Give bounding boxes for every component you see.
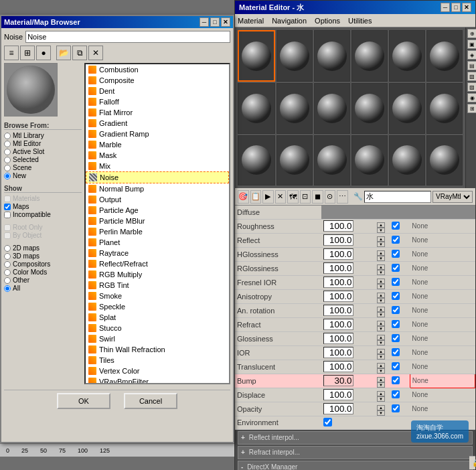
list-item[interactable]: Particle Age (86, 205, 229, 216)
sphere-slot[interactable] (351, 30, 388, 82)
list-item[interactable]: Splat (86, 312, 229, 323)
side-btn-8[interactable]: ⊞ (467, 104, 476, 113)
sphere-slot[interactable] (314, 135, 350, 185)
list-item[interactable]: Gradient Ramp (86, 129, 229, 139)
list-item[interactable]: Falloff (86, 96, 229, 107)
spin-up[interactable]: ▲ (377, 363, 385, 368)
spin-down[interactable]: ▼ (377, 228, 385, 233)
side-btn-2[interactable]: ▣ (467, 40, 476, 49)
radio-new[interactable]: New (4, 172, 82, 179)
spin-down[interactable]: ▼ (377, 396, 385, 402)
param-value-input[interactable] (323, 347, 353, 358)
param-value-input[interactable] (323, 220, 353, 232)
radio-all[interactable]: All (4, 285, 82, 292)
param-value-input[interactable] (323, 305, 353, 316)
spin-up[interactable]: ▲ (377, 279, 385, 284)
sphere-slot[interactable] (276, 83, 313, 133)
list-item[interactable]: Speckle (86, 301, 229, 312)
param-value-input[interactable] (323, 403, 353, 414)
spin-up[interactable]: ▲ (377, 307, 385, 312)
list-item[interactable]: Dent (86, 86, 229, 96)
sphere-slot[interactable] (276, 135, 313, 185)
param-value-input[interactable] (323, 389, 353, 400)
details-view-button[interactable]: ⊞ (20, 46, 35, 60)
param-none-cell[interactable]: None (410, 317, 475, 331)
spin-down[interactable]: ▼ (377, 326, 385, 331)
list-item[interactable]: Normal Bump (86, 183, 229, 194)
param-none-cell[interactable]: None (410, 360, 475, 374)
param-value-input[interactable] (323, 291, 353, 302)
check-root-only[interactable]: Root Only (4, 224, 82, 231)
param-enable-check[interactable] (392, 264, 400, 272)
copy-button[interactable]: ⧉ (72, 46, 87, 60)
side-btn-1[interactable]: ⊕ (467, 29, 476, 38)
list-item[interactable]: Planet (86, 237, 229, 248)
param-value-input[interactable] (323, 361, 353, 372)
param-enable-check[interactable] (392, 390, 400, 398)
list-item[interactable]: Mask (86, 150, 229, 161)
spin-down[interactable]: ▼ (377, 298, 385, 303)
load-button[interactable]: 📂 (56, 46, 71, 60)
side-btn-4[interactable]: ▤ (467, 61, 476, 70)
show-map-button[interactable]: 🗺 (287, 190, 299, 204)
sphere-slot[interactable] (314, 83, 350, 133)
param-none-cell[interactable]: None (410, 289, 475, 303)
param-enable-check[interactable] (392, 334, 400, 342)
maximize-button[interactable]: □ (210, 17, 220, 27)
sphere-slot[interactable] (238, 135, 275, 185)
spin-up[interactable]: ▲ (377, 391, 385, 396)
param-none-cell[interactable]: None (410, 388, 475, 402)
side-btn-7[interactable]: ◉ (467, 93, 476, 102)
material-name-input[interactable] (364, 191, 431, 203)
options-button[interactable]: ⋯ (337, 190, 348, 204)
list-item[interactable]: Raytrace (86, 248, 229, 258)
sphere-slot[interactable] (426, 135, 463, 185)
list-item[interactable]: RGB Tint (86, 280, 229, 291)
param-value-input[interactable] (323, 375, 353, 386)
menu-options[interactable]: Options (315, 17, 340, 25)
param-none-cell[interactable]: None (410, 303, 475, 317)
param-value-input[interactable] (323, 234, 353, 246)
spin-up[interactable]: ▲ (377, 335, 385, 340)
param-enable-check[interactable] (392, 320, 400, 328)
search-input[interactable] (25, 31, 230, 43)
pick-material-button[interactable]: 🎯 (238, 190, 249, 204)
list-item[interactable]: Particle MBlur (86, 216, 229, 226)
param-none-cell[interactable]: None (410, 247, 475, 261)
list-item[interactable]: Stucco (86, 323, 229, 333)
list-item[interactable]: Thin Wall Refraction (86, 344, 229, 355)
spin-down[interactable]: ▼ (377, 256, 385, 261)
list-item[interactable]: Perlin Marble (86, 226, 229, 237)
param-none-cell[interactable]: None (410, 402, 475, 416)
spin-up[interactable]: ▲ (377, 236, 385, 242)
list-item[interactable]: Tiles (86, 355, 229, 366)
param-none-cell[interactable]: None (410, 233, 475, 247)
list-item[interactable]: Gradient (86, 118, 229, 129)
list-item[interactable]: Marble (86, 139, 229, 150)
param-none-cell[interactable]: None (410, 331, 475, 345)
param-value-input[interactable] (323, 277, 353, 288)
list-item[interactable]: Mix (86, 161, 229, 171)
side-btn-3[interactable]: ◈ (467, 50, 476, 60)
list-item[interactable]: Combustion (86, 64, 229, 75)
list-item[interactable]: Vertex Color (86, 366, 229, 376)
param-value-input[interactable] (323, 262, 353, 274)
sphere-slot[interactable] (389, 83, 425, 133)
param-enable-check[interactable] (392, 306, 400, 314)
radio-2d-maps[interactable]: 2D maps (4, 244, 82, 252)
spin-up[interactable]: ▲ (377, 405, 385, 410)
param-enable-check[interactable] (392, 222, 400, 230)
side-btn-5[interactable]: ▧ (467, 72, 476, 81)
spin-up[interactable]: ▲ (377, 250, 385, 256)
list-view-button[interactable]: ≡ (4, 46, 19, 60)
side-btn-6[interactable]: ▨ (467, 82, 476, 92)
radio-other[interactable]: Other (4, 277, 82, 284)
radio-compositors[interactable]: Compositors (4, 260, 82, 268)
assign-button[interactable]: ▶ (262, 190, 274, 204)
check-by-object[interactable]: By Object (4, 232, 82, 239)
spin-down[interactable]: ▼ (377, 270, 385, 275)
reset-button[interactable]: ✕ (275, 190, 287, 204)
spin-up[interactable]: ▲ (377, 264, 385, 270)
spin-down[interactable]: ▼ (377, 382, 385, 388)
list-item[interactable]: Reflect/Refract (86, 258, 229, 269)
